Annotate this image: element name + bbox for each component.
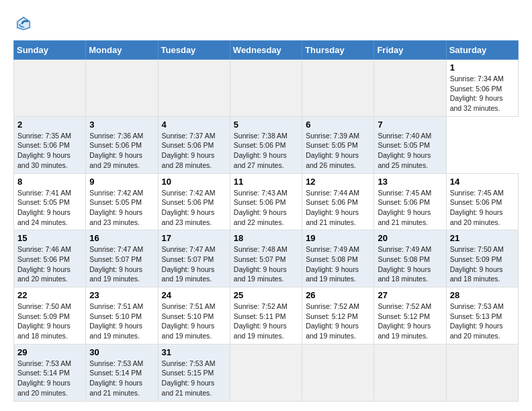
day-number: 27 — [378, 290, 442, 300]
day-info: Sunrise: 7:48 AMSunset: 5:07 PMDaylight:… — [234, 244, 298, 284]
day-info: Sunrise: 7:46 AMSunset: 5:06 PMDaylight:… — [17, 244, 82, 284]
day-info: Sunrise: 7:45 AMSunset: 5:06 PMDaylight:… — [450, 188, 515, 228]
calendar-week-row: 1 Sunrise: 7:34 AMSunset: 5:06 PMDayligh… — [14, 60, 519, 117]
day-number: 24 — [162, 290, 226, 300]
empty-cell — [230, 344, 302, 401]
calendar-day-cell: 22 Sunrise: 7:50 AMSunset: 5:09 PMDaylig… — [14, 287, 86, 345]
day-number: 7 — [378, 120, 442, 130]
empty-cell — [158, 60, 230, 117]
day-number: 11 — [234, 177, 298, 187]
day-info: Sunrise: 7:53 AMSunset: 5:13 PMDaylight:… — [450, 302, 515, 341]
day-info: Sunrise: 7:47 AMSunset: 5:07 PMDaylight:… — [162, 244, 226, 284]
calendar-day-cell: 16 Sunrise: 7:47 AMSunset: 5:07 PMDaylig… — [86, 230, 158, 287]
day-number: 13 — [378, 177, 442, 187]
day-info: Sunrise: 7:52 AMSunset: 5:12 PMDaylight:… — [378, 302, 442, 341]
day-of-week-header: Saturday — [446, 41, 518, 60]
calendar-day-cell: 23 Sunrise: 7:51 AMSunset: 5:10 PMDaylig… — [86, 287, 158, 345]
calendar-day-cell: 11 Sunrise: 7:43 AMSunset: 5:06 PMDaylig… — [230, 173, 302, 230]
calendar-day-cell: 4 Sunrise: 7:37 AMSunset: 5:06 PMDayligh… — [158, 116, 230, 173]
empty-cell — [374, 60, 446, 117]
day-info: Sunrise: 7:51 AMSunset: 5:10 PMDaylight:… — [89, 302, 154, 341]
calendar-week-row: 22 Sunrise: 7:50 AMSunset: 5:09 PMDaylig… — [14, 287, 519, 345]
empty-cell — [230, 60, 302, 117]
day-number: 6 — [306, 120, 370, 130]
day-info: Sunrise: 7:40 AMSunset: 5:05 PMDaylight:… — [378, 131, 442, 171]
day-info: Sunrise: 7:50 AMSunset: 5:09 PMDaylight:… — [17, 302, 82, 341]
day-number: 28 — [450, 290, 515, 300]
day-info: Sunrise: 7:50 AMSunset: 5:09 PMDaylight:… — [450, 244, 515, 284]
day-number: 5 — [234, 120, 298, 130]
day-of-week-header: Friday — [374, 41, 446, 60]
day-info: Sunrise: 7:44 AMSunset: 5:06 PMDaylight:… — [306, 188, 370, 228]
day-number: 30 — [89, 347, 154, 357]
day-info: Sunrise: 7:51 AMSunset: 5:10 PMDaylight:… — [162, 302, 226, 341]
day-number: 20 — [378, 233, 442, 243]
day-of-week-header: Tuesday — [158, 41, 230, 60]
calendar-day-cell: 25 Sunrise: 7:52 AMSunset: 5:11 PMDaylig… — [230, 287, 302, 345]
calendar-day-cell: 7 Sunrise: 7:40 AMSunset: 5:05 PMDayligh… — [374, 116, 446, 173]
calendar-day-cell: 1 Sunrise: 7:34 AMSunset: 5:06 PMDayligh… — [446, 60, 518, 117]
calendar-day-cell: 28 Sunrise: 7:53 AMSunset: 5:13 PMDaylig… — [446, 287, 518, 345]
empty-cell — [302, 344, 374, 401]
day-number: 8 — [17, 177, 82, 187]
calendar-day-cell: 8 Sunrise: 7:41 AMSunset: 5:05 PMDayligh… — [14, 173, 86, 230]
day-of-week-header: Thursday — [302, 41, 374, 60]
day-info: Sunrise: 7:53 AMSunset: 5:15 PMDaylight:… — [162, 359, 226, 398]
day-number: 17 — [162, 233, 226, 243]
day-info: Sunrise: 7:49 AMSunset: 5:08 PMDaylight:… — [306, 244, 370, 284]
day-info: Sunrise: 7:37 AMSunset: 5:06 PMDaylight:… — [162, 131, 226, 171]
calendar-week-row: 2 Sunrise: 7:35 AMSunset: 5:06 PMDayligh… — [14, 116, 519, 173]
day-info: Sunrise: 7:42 AMSunset: 5:06 PMDaylight:… — [162, 188, 226, 228]
day-info: Sunrise: 7:52 AMSunset: 5:11 PMDaylight:… — [234, 302, 298, 341]
day-number: 4 — [162, 120, 226, 130]
day-number: 2 — [17, 120, 82, 130]
day-number: 19 — [306, 233, 370, 243]
day-info: Sunrise: 7:45 AMSunset: 5:06 PMDaylight:… — [378, 188, 442, 228]
calendar-week-row: 8 Sunrise: 7:41 AMSunset: 5:05 PMDayligh… — [14, 173, 519, 230]
day-number: 15 — [17, 233, 82, 243]
calendar-day-cell: 12 Sunrise: 7:44 AMSunset: 5:06 PMDaylig… — [302, 173, 374, 230]
calendar-day-cell: 19 Sunrise: 7:49 AMSunset: 5:08 PMDaylig… — [302, 230, 374, 287]
calendar-day-cell: 3 Sunrise: 7:36 AMSunset: 5:06 PMDayligh… — [86, 116, 158, 173]
day-number: 18 — [234, 233, 298, 243]
calendar-day-cell: 21 Sunrise: 7:50 AMSunset: 5:09 PMDaylig… — [446, 230, 518, 287]
calendar-day-cell: 30 Sunrise: 7:53 AMSunset: 5:14 PMDaylig… — [86, 344, 158, 401]
logo — [13, 13, 38, 34]
calendar-day-cell: 6 Sunrise: 7:39 AMSunset: 5:05 PMDayligh… — [302, 116, 374, 173]
day-number: 12 — [306, 177, 370, 187]
calendar-day-cell: 2 Sunrise: 7:35 AMSunset: 5:06 PMDayligh… — [14, 116, 86, 173]
calendar-day-cell: 15 Sunrise: 7:46 AMSunset: 5:06 PMDaylig… — [14, 230, 86, 287]
page-header — [13, 13, 519, 34]
calendar-day-cell: 26 Sunrise: 7:52 AMSunset: 5:12 PMDaylig… — [302, 287, 374, 345]
empty-cell — [374, 344, 446, 401]
day-info: Sunrise: 7:41 AMSunset: 5:05 PMDaylight:… — [17, 188, 82, 228]
calendar-day-cell: 17 Sunrise: 7:47 AMSunset: 5:07 PMDaylig… — [158, 230, 230, 287]
calendar-table: SundayMondayTuesdayWednesdayThursdayFrid… — [13, 40, 519, 402]
day-info: Sunrise: 7:35 AMSunset: 5:06 PMDaylight:… — [17, 131, 82, 171]
svg-marker-0 — [16, 16, 32, 32]
day-info: Sunrise: 7:43 AMSunset: 5:06 PMDaylight:… — [234, 188, 298, 228]
empty-cell — [14, 60, 86, 117]
calendar-week-row: 29 Sunrise: 7:53 AMSunset: 5:14 PMDaylig… — [14, 344, 519, 401]
empty-cell — [86, 60, 158, 117]
calendar-day-cell: 31 Sunrise: 7:53 AMSunset: 5:15 PMDaylig… — [158, 344, 230, 401]
day-number: 31 — [162, 347, 226, 357]
logo-icon — [13, 13, 34, 34]
day-number: 23 — [89, 290, 154, 300]
calendar-week-row: 15 Sunrise: 7:46 AMSunset: 5:06 PMDaylig… — [14, 230, 519, 287]
calendar-day-cell: 10 Sunrise: 7:42 AMSunset: 5:06 PMDaylig… — [158, 173, 230, 230]
day-number: 3 — [89, 120, 154, 130]
day-number: 25 — [234, 290, 298, 300]
day-number: 29 — [17, 347, 82, 357]
day-number: 10 — [162, 177, 226, 187]
calendar-day-cell: 24 Sunrise: 7:51 AMSunset: 5:10 PMDaylig… — [158, 287, 230, 345]
day-number: 14 — [450, 177, 515, 187]
day-number: 16 — [89, 233, 154, 243]
empty-cell — [446, 344, 518, 401]
day-number: 1 — [450, 62, 515, 73]
calendar-day-cell: 13 Sunrise: 7:45 AMSunset: 5:06 PMDaylig… — [374, 173, 446, 230]
day-info: Sunrise: 7:34 AMSunset: 5:06 PMDaylight:… — [450, 74, 515, 113]
calendar-day-cell: 29 Sunrise: 7:53 AMSunset: 5:14 PMDaylig… — [14, 344, 86, 401]
day-info: Sunrise: 7:39 AMSunset: 5:05 PMDaylight:… — [306, 131, 370, 171]
calendar-day-cell: 20 Sunrise: 7:49 AMSunset: 5:08 PMDaylig… — [374, 230, 446, 287]
